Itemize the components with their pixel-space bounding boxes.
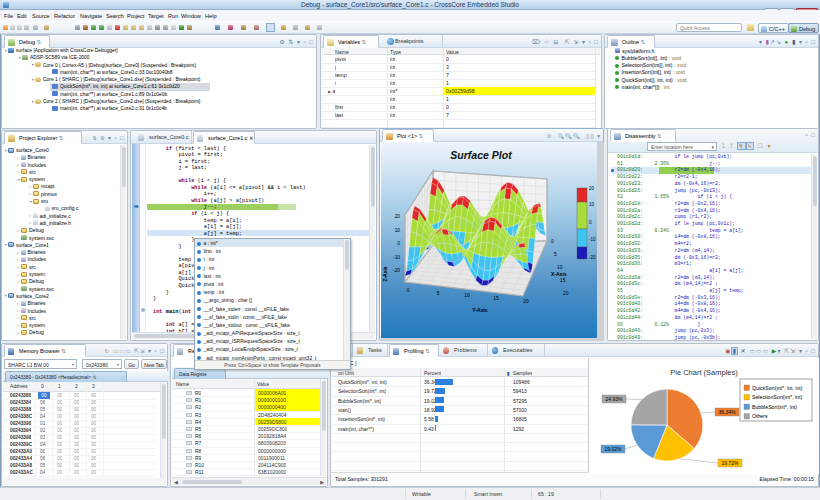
svg-text:Pie Chart (Samples): Pie Chart (Samples) [670, 368, 738, 377]
svg-text:10: 10 [589, 202, 595, 207]
svg-text:BubbleSort(int*, int): BubbleSort(int*, int) [752, 404, 797, 410]
svg-text:19.72%: 19.72% [722, 460, 740, 466]
svg-text:10: 10 [395, 228, 401, 233]
svg-text:36.34%: 36.34% [719, 409, 737, 415]
svg-text:Y-Axis: Y-Axis [472, 307, 488, 313]
svg-text:-10: -10 [589, 237, 596, 242]
svg-text:0: 0 [407, 288, 410, 293]
svg-text:0: 0 [551, 239, 554, 244]
svg-text:5: 5 [437, 291, 440, 296]
svg-text:Surface Plot: Surface Plot [450, 149, 512, 161]
svg-text:20: 20 [395, 214, 401, 219]
svg-text:5: 5 [554, 252, 557, 257]
svg-text:X-Axis: X-Axis [551, 271, 567, 277]
svg-text:0: 0 [397, 241, 400, 246]
svg-text:Others: Others [752, 413, 768, 419]
svg-text:20: 20 [589, 186, 595, 191]
svg-text:19.02%: 19.02% [605, 446, 623, 452]
svg-text:20: 20 [563, 291, 569, 296]
svg-text:SelectionSort(int*, int): SelectionSort(int*, int) [752, 394, 802, 400]
svg-text:Z-Axis: Z-Axis [382, 266, 388, 282]
svg-text:20: 20 [523, 299, 529, 304]
svg-text:15: 15 [560, 278, 566, 283]
svg-text:24.93%: 24.93% [606, 396, 624, 402]
svg-text:-20: -20 [393, 268, 400, 273]
svg-text:QuickSort(int*, int, int): QuickSort(int*, int, int) [752, 385, 803, 391]
svg-text:15: 15 [493, 296, 499, 301]
svg-text:10: 10 [557, 265, 563, 270]
svg-text:10: 10 [464, 293, 470, 298]
svg-text:-10: -10 [393, 255, 400, 260]
svg-text:-20: -20 [589, 255, 596, 260]
